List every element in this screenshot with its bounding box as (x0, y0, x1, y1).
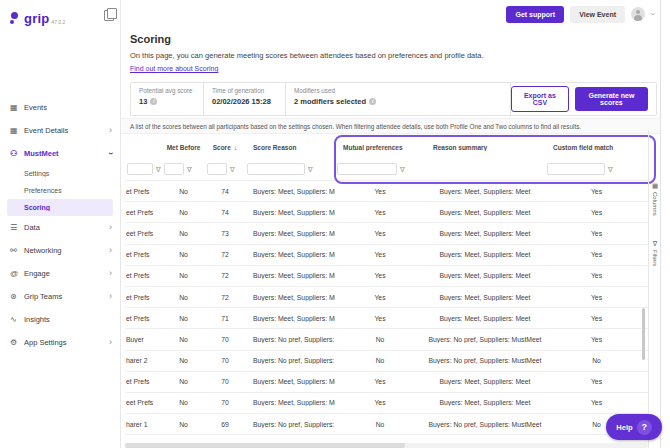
table-body: et PrefsNo74Buyers: Meet, Suppliers: Mee… (125, 181, 648, 448)
help-button[interactable]: Help ? (606, 414, 662, 440)
filter-input[interactable] (127, 163, 153, 175)
stat-label: Potential avg score (139, 87, 195, 94)
filter-cell: ∇ (125, 163, 162, 175)
copy-icon[interactable] (104, 10, 114, 21)
table-row[interactable]: et PrefsNo72Buyers: Meet, Suppliers: Mee… (125, 287, 648, 308)
sidebar-item-preferences[interactable]: Preferences (0, 182, 120, 199)
table-cell: Buyers: Meet, Suppliers: Meet (425, 378, 545, 385)
table-cell: 70 (205, 336, 245, 343)
chevron-right-icon: › (109, 338, 112, 347)
table-row[interactable]: et PrefsNo70Buyers: Meet, Suppliers: Mee… (125, 372, 648, 393)
page-description: On this page, you can generate meeting s… (130, 51, 484, 60)
sidebar-item-label: Engage (24, 269, 109, 278)
funnel-icon[interactable]: ∇ (230, 166, 235, 173)
filter-input[interactable] (247, 163, 305, 175)
funnel-icon[interactable]: ∇ (308, 166, 313, 173)
sidebar-item-networking[interactable]: ⚯Networking› (0, 239, 120, 262)
stats-panel: Potential avg score13iTime of generation… (130, 82, 657, 116)
sort-desc-icon[interactable]: ↓ (234, 144, 238, 151)
table-cell: No (162, 294, 205, 301)
table-row[interactable]: et PrefsNo74Buyers: Meet, Suppliers: Mee… (125, 181, 648, 202)
sidebar-item-label: Scoring (24, 204, 105, 211)
table-row[interactable]: eet PrefsNo74Buyers: Meet, Suppliers: Me… (125, 202, 648, 223)
vertical-scrollbar[interactable] (642, 308, 645, 360)
export-csv-button[interactable]: Export as CSV (511, 86, 569, 112)
column-header-reason-summary[interactable]: Reason summary (425, 144, 545, 151)
table-row[interactable]: et PrefsNo71Buyers: Meet, Suppliers: Mee… (125, 308, 648, 329)
find-out-more-link[interactable]: Find out more about Scoring (130, 65, 218, 72)
table-cell: No (162, 209, 205, 216)
table-cell: Buyers: Meet, Suppliers: Meet... (245, 378, 335, 385)
main-content: Scoring On this page, you can generate m… (121, 28, 660, 448)
chevron-down-icon[interactable]: › (648, 13, 658, 16)
table-row[interactable]: et PrefsNo72Buyers: Meet, Suppliers: Mee… (125, 245, 648, 266)
table-cell: Yes (335, 378, 425, 385)
column-header-score-reason[interactable]: Score Reason (245, 144, 335, 151)
table-cell: Yes (545, 188, 648, 195)
table-row[interactable]: harer 2No70Buyers: No pref, Suppliers: M… (125, 351, 648, 372)
sidebar-item-label: Events (24, 103, 112, 112)
sidebar-item-label: Event Details (24, 126, 109, 135)
column-header-label: Mutual preferences (343, 144, 403, 151)
table-row[interactable]: et PrefsNo72Buyers: Meet, Suppliers: Mee… (125, 266, 648, 287)
table-cell: Buyers: Meet, Suppliers: Meet... (245, 294, 335, 301)
table-cell: 74 (205, 188, 245, 195)
table-cell: No (335, 357, 425, 364)
table-cell: Yes (545, 315, 648, 322)
page-title: Scoring (130, 33, 171, 45)
sidebar-item-settings[interactable]: Settings (0, 165, 120, 182)
table-row[interactable]: eet PrefsNo73Buyers: Meet, Suppliers: Me… (125, 223, 648, 244)
horizontal-scrollbar[interactable] (125, 443, 648, 448)
funnel-icon[interactable]: ∇ (608, 166, 613, 173)
column-header-mutual-preferences[interactable]: Mutual preferences (335, 144, 425, 151)
chevron-right-icon: › (109, 126, 112, 135)
filter-cell: ∇ (545, 163, 648, 175)
logo-text: grip (24, 11, 49, 26)
chevron-right-icon: › (109, 223, 112, 232)
info-icon[interactable]: i (369, 98, 376, 105)
filter-input[interactable] (207, 163, 227, 175)
table-cell: Buyers: No pref, Suppliers: MustMeet (425, 421, 545, 428)
funnel-icon[interactable]: ∇ (156, 166, 161, 173)
table-cell: Buyers: Meet, Suppliers: Meet... (245, 230, 335, 237)
table-cell: Yes (545, 251, 648, 258)
info-icon[interactable]: i (150, 98, 157, 105)
column-header-custom-field-match[interactable]: Custom field match (545, 144, 648, 151)
funnel-icon[interactable]: ∇ (400, 166, 405, 173)
view-event-button[interactable]: View Event (570, 6, 625, 23)
table-row[interactable]: BuyerNo70Buyers: No pref, Suppliers: Mu.… (125, 329, 648, 350)
sidebar-item-label: App Settings (24, 338, 109, 347)
get-support-button[interactable]: Get support (506, 6, 564, 23)
table-cell: et Prefs (125, 188, 162, 195)
side-tab-filters[interactable]: ∇Filters (649, 240, 661, 266)
avatar[interactable] (631, 7, 645, 21)
sidebar-item-grip-teams[interactable]: ⊛Grip Teams› (0, 285, 120, 308)
funnel-icon[interactable]: ∇ (187, 166, 192, 173)
table-cell: Buyers: No pref, Suppliers: MustMeet (425, 357, 545, 364)
sidebar-nav: ▦Events▦Event Details›⚇MustMeet›Settings… (0, 96, 120, 354)
filter-cell: ∇ (162, 163, 205, 175)
sidebar-item-mustmeet[interactable]: ⚇MustMeet› (0, 142, 120, 165)
table-cell: No (162, 357, 205, 364)
side-tab-columns[interactable]: ▦Columns (649, 182, 661, 216)
stat-label: Modifiers used (294, 87, 502, 94)
column-header-met-before[interactable]: Met Before (162, 144, 205, 151)
column-header-score[interactable]: Score↓ (205, 144, 245, 151)
sidebar-item-event-details[interactable]: ▦Event Details› (0, 119, 120, 142)
table-cell: Buyers: Meet, Suppliers: Meet... (245, 399, 335, 406)
generate-scores-button[interactable]: Generate new scores (575, 87, 648, 111)
filter-input[interactable] (337, 163, 397, 175)
filter-input[interactable] (164, 163, 184, 175)
table-row[interactable]: harer 1No69Buyers: No pref, Suppliers: M… (125, 414, 648, 435)
filter-input[interactable] (547, 163, 605, 175)
sidebar-item-insights[interactable]: ∿Insights (0, 308, 120, 331)
sidebar-item-app-settings[interactable]: ⚙App Settings› (0, 331, 120, 354)
sidebar-item-scoring[interactable]: Scoring (7, 199, 113, 216)
table-cell: No (162, 251, 205, 258)
table-cell: harer 1 (125, 421, 162, 428)
table-row[interactable]: eet PrefsNo70Buyers: Meet, Suppliers: Me… (125, 393, 648, 414)
chart-icon: ∿ (10, 315, 24, 324)
sidebar-item-events[interactable]: ▦Events (0, 96, 120, 119)
sidebar-item-engage[interactable]: @Engage› (0, 262, 120, 285)
sidebar-item-data[interactable]: ☰Data› (0, 216, 120, 239)
